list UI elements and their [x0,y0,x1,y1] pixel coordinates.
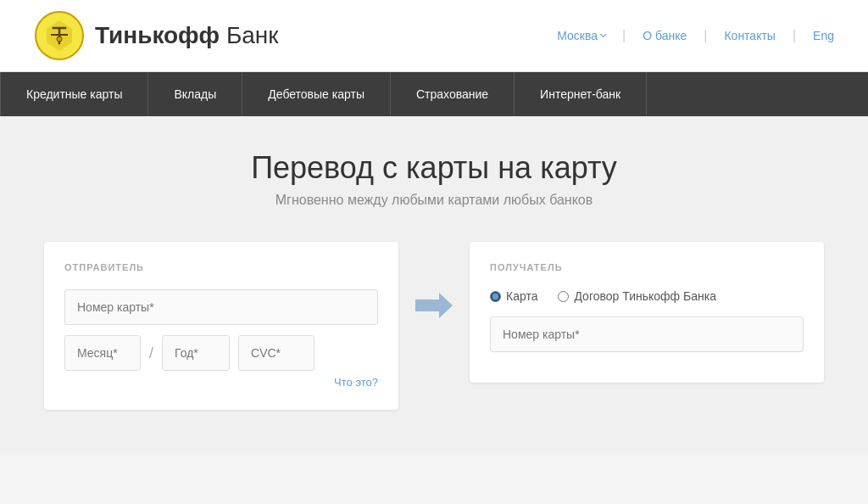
contacts-link[interactable]: Контакты [724,29,775,42]
sender-card-number-input[interactable] [64,289,378,325]
city-dropdown[interactable]: Москва [557,29,605,42]
nav-divider: | [622,28,626,43]
page-subtitle: Мгновенно между любыми картами любых бан… [34,193,834,208]
recipient-form-card: ПОЛУЧАТЕЛЬ Карта Договор Тинькофф Банка [470,242,824,383]
nav-item-insurance[interactable]: Страхование [391,72,515,116]
nav-item-credit-cards[interactable]: Кредитные карты [0,72,148,116]
chevron-down-icon [600,31,606,37]
recipient-card-number-input[interactable] [490,316,804,352]
cvc-help-area: Что это? [64,374,378,389]
radio-card-option[interactable]: Карта [490,289,537,303]
about-link[interactable]: О банке [643,29,687,42]
sender-form-card: ОТПРАВИТЕЛЬ / Что это? [44,242,398,410]
nav-divider2: | [704,28,707,43]
logo-text: Тинькофф Банк [95,22,279,49]
radio-contract-input[interactable] [558,291,569,302]
lang-link[interactable]: Eng [813,29,834,42]
radio-card-input[interactable] [490,291,501,302]
sender-month-input[interactable] [64,335,141,371]
nav-item-debit-cards[interactable]: Дебетовые карты [242,72,391,116]
sender-label: ОТПРАВИТЕЛЬ [64,262,378,272]
svg-marker-2 [415,293,453,318]
recipient-label: ПОЛУЧАТЕЛЬ [490,262,804,272]
logo-area: Тинькофф Банк [34,10,279,61]
svg-point-1 [57,36,62,42]
nav-item-deposits[interactable]: Вклады [148,72,242,116]
nav-divider3: | [793,28,796,43]
arrow-right-icon [415,293,453,318]
radio-group: Карта Договор Тинькофф Банка [490,289,804,303]
arrow-connector [398,242,470,318]
cvc-help-link[interactable]: Что это? [334,376,378,389]
nav-item-internet-bank[interactable]: Интернет-банк [515,72,647,116]
main-content: Перевод с карты на карту Мгновенно между… [0,116,868,456]
cards-container: ОТПРАВИТЕЛЬ / Что это? ПОЛУЧАТЕЛЬ [44,242,824,410]
sender-cvc-input[interactable] [238,335,314,371]
navbar: Кредитные карты Вклады Дебетовые карты С… [0,72,868,116]
radio-contract-option[interactable]: Договор Тинькофф Банка [558,289,715,303]
page-title: Перевод с карты на карту [34,150,834,186]
header-nav: Москва | О банке | Контакты | Eng [557,28,834,43]
sender-year-input[interactable] [162,335,230,371]
expiry-row: / [64,335,378,371]
logo-emblem-icon [34,10,85,61]
header: Тинькофф Банк Москва | О банке | Контакт… [0,0,868,72]
slash-divider: / [149,344,153,362]
